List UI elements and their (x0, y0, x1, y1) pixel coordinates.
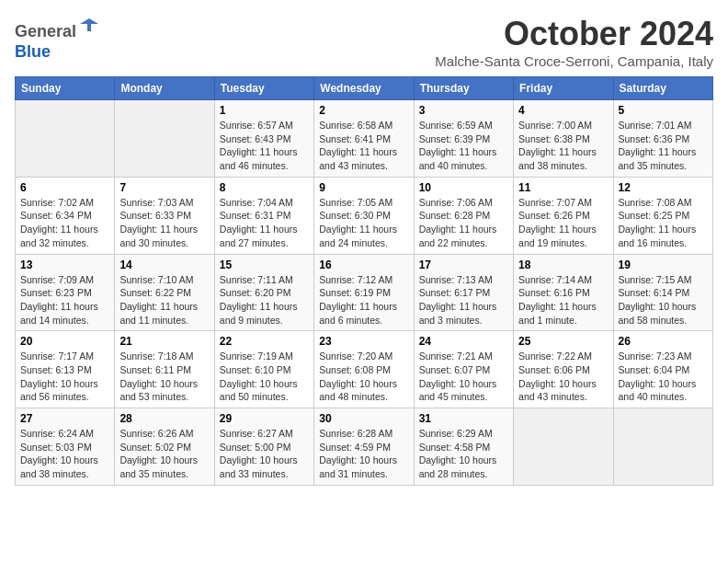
logo: General Blue (15, 15, 100, 62)
day-number: 28 (119, 412, 209, 425)
day-info: Sunrise: 6:57 AM Sunset: 6:43 PM Dayligh… (220, 119, 309, 173)
calendar-cell (16, 100, 115, 178)
calendar-cell (613, 408, 712, 486)
day-info: Sunrise: 7:17 AM Sunset: 6:13 PM Dayligh… (20, 350, 109, 404)
logo-blue: Blue (15, 42, 51, 61)
day-info: Sunrise: 7:11 AM Sunset: 6:20 PM Dayligh… (220, 273, 309, 327)
day-number: 12 (619, 181, 708, 194)
day-number: 8 (220, 181, 309, 194)
column-header-thursday: Thursday (414, 77, 513, 100)
day-number: 18 (518, 259, 608, 271)
column-header-sunday: Sunday (16, 77, 115, 100)
day-number: 26 (619, 335, 708, 348)
calendar-cell: 17Sunrise: 7:13 AM Sunset: 6:17 PM Dayli… (414, 254, 513, 331)
day-number: 4 (518, 104, 608, 117)
day-info: Sunrise: 7:01 AM Sunset: 6:36 PM Dayligh… (619, 119, 708, 173)
calendar-cell: 5Sunrise: 7:01 AM Sunset: 6:36 PM Daylig… (613, 100, 712, 178)
calendar-cell: 2Sunrise: 6:58 AM Sunset: 6:41 PM Daylig… (314, 100, 414, 178)
day-number: 1 (220, 104, 309, 117)
day-number: 24 (419, 335, 508, 348)
calendar-cell: 24Sunrise: 7:21 AM Sunset: 6:07 PM Dayli… (414, 331, 513, 408)
calendar-cell: 23Sunrise: 7:20 AM Sunset: 6:08 PM Dayli… (314, 331, 414, 408)
calendar-cell: 6Sunrise: 7:02 AM Sunset: 6:34 PM Daylig… (16, 177, 115, 254)
calendar-week-row: 1Sunrise: 6:57 AM Sunset: 6:43 PM Daylig… (16, 100, 713, 178)
day-info: Sunrise: 7:14 AM Sunset: 6:16 PM Dayligh… (518, 273, 608, 327)
calendar-cell: 29Sunrise: 6:27 AM Sunset: 5:00 PM Dayli… (214, 408, 313, 486)
calendar-cell: 3Sunrise: 6:59 AM Sunset: 6:39 PM Daylig… (414, 100, 513, 178)
day-info: Sunrise: 7:08 AM Sunset: 6:25 PM Dayligh… (619, 196, 708, 250)
day-number: 19 (619, 259, 708, 271)
calendar-cell: 27Sunrise: 6:24 AM Sunset: 5:03 PM Dayli… (16, 408, 115, 486)
day-number: 15 (220, 259, 309, 271)
calendar-cell: 15Sunrise: 7:11 AM Sunset: 6:20 PM Dayli… (214, 254, 313, 331)
calendar-table: SundayMondayTuesdayWednesdayThursdayFrid… (15, 76, 713, 486)
day-info: Sunrise: 7:03 AM Sunset: 6:33 PM Dayligh… (119, 196, 209, 250)
day-number: 22 (220, 335, 309, 348)
calendar-cell: 25Sunrise: 7:22 AM Sunset: 6:06 PM Dayli… (514, 331, 613, 408)
calendar-week-row: 6Sunrise: 7:02 AM Sunset: 6:34 PM Daylig… (16, 177, 713, 254)
day-number: 5 (619, 104, 708, 117)
column-header-friday: Friday (514, 77, 613, 100)
day-info: Sunrise: 7:12 AM Sunset: 6:19 PM Dayligh… (319, 273, 408, 327)
calendar-cell: 20Sunrise: 7:17 AM Sunset: 6:13 PM Dayli… (16, 331, 115, 408)
column-header-wednesday: Wednesday (314, 77, 414, 100)
logo-general: General (15, 22, 76, 40)
day-info: Sunrise: 6:26 AM Sunset: 5:02 PM Dayligh… (119, 427, 209, 481)
day-number: 30 (319, 412, 408, 425)
day-info: Sunrise: 6:29 AM Sunset: 4:58 PM Dayligh… (419, 427, 508, 481)
day-info: Sunrise: 6:27 AM Sunset: 5:00 PM Dayligh… (220, 427, 309, 481)
day-number: 6 (20, 181, 109, 194)
column-header-tuesday: Tuesday (214, 77, 313, 100)
calendar-cell: 4Sunrise: 7:00 AM Sunset: 6:38 PM Daylig… (514, 100, 613, 178)
day-number: 17 (419, 259, 508, 271)
calendar-week-row: 20Sunrise: 7:17 AM Sunset: 6:13 PM Dayli… (16, 331, 713, 408)
calendar-cell: 19Sunrise: 7:15 AM Sunset: 6:14 PM Dayli… (613, 254, 712, 331)
day-info: Sunrise: 7:10 AM Sunset: 6:22 PM Dayligh… (119, 273, 209, 327)
day-info: Sunrise: 7:18 AM Sunset: 6:11 PM Dayligh… (119, 350, 209, 404)
day-number: 2 (319, 104, 408, 117)
day-number: 10 (419, 181, 508, 194)
calendar-cell: 7Sunrise: 7:03 AM Sunset: 6:33 PM Daylig… (115, 177, 214, 254)
day-info: Sunrise: 6:58 AM Sunset: 6:41 PM Dayligh… (319, 119, 408, 173)
calendar-cell: 21Sunrise: 7:18 AM Sunset: 6:11 PM Dayli… (115, 331, 214, 408)
page-header: General Blue October 2024 Malche-Santa C… (15, 15, 713, 69)
day-info: Sunrise: 7:19 AM Sunset: 6:10 PM Dayligh… (220, 350, 309, 404)
calendar-header-row: SundayMondayTuesdayWednesdayThursdayFrid… (16, 77, 713, 100)
day-number: 20 (20, 335, 109, 348)
title-section: October 2024 Malche-Santa Croce-Serroni,… (435, 15, 713, 69)
calendar-cell: 14Sunrise: 7:10 AM Sunset: 6:22 PM Dayli… (115, 254, 214, 331)
day-number: 7 (119, 181, 209, 194)
day-number: 16 (319, 259, 408, 271)
day-number: 23 (319, 335, 408, 348)
calendar-cell: 28Sunrise: 6:26 AM Sunset: 5:02 PM Dayli… (115, 408, 214, 486)
day-info: Sunrise: 7:09 AM Sunset: 6:23 PM Dayligh… (20, 273, 109, 327)
calendar-week-row: 27Sunrise: 6:24 AM Sunset: 5:03 PM Dayli… (16, 408, 713, 486)
logo-bird-icon (78, 15, 100, 37)
day-number: 31 (419, 412, 508, 425)
day-info: Sunrise: 7:00 AM Sunset: 6:38 PM Dayligh… (518, 119, 608, 173)
column-header-saturday: Saturday (613, 77, 712, 100)
day-number: 25 (518, 335, 608, 348)
day-number: 21 (119, 335, 209, 348)
day-info: Sunrise: 7:07 AM Sunset: 6:26 PM Dayligh… (518, 196, 608, 250)
day-info: Sunrise: 7:20 AM Sunset: 6:08 PM Dayligh… (319, 350, 408, 404)
day-info: Sunrise: 7:22 AM Sunset: 6:06 PM Dayligh… (518, 350, 608, 404)
calendar-cell: 22Sunrise: 7:19 AM Sunset: 6:10 PM Dayli… (214, 331, 313, 408)
calendar-cell: 30Sunrise: 6:28 AM Sunset: 4:59 PM Dayli… (314, 408, 414, 486)
day-info: Sunrise: 7:15 AM Sunset: 6:14 PM Dayligh… (619, 273, 708, 327)
calendar-cell: 9Sunrise: 7:05 AM Sunset: 6:30 PM Daylig… (314, 177, 414, 254)
calendar-week-row: 13Sunrise: 7:09 AM Sunset: 6:23 PM Dayli… (16, 254, 713, 331)
day-info: Sunrise: 6:28 AM Sunset: 4:59 PM Dayligh… (319, 427, 408, 481)
day-info: Sunrise: 7:23 AM Sunset: 6:04 PM Dayligh… (619, 350, 708, 404)
calendar-cell: 1Sunrise: 6:57 AM Sunset: 6:43 PM Daylig… (214, 100, 313, 178)
calendar-cell: 8Sunrise: 7:04 AM Sunset: 6:31 PM Daylig… (214, 177, 313, 254)
day-info: Sunrise: 7:06 AM Sunset: 6:28 PM Dayligh… (419, 196, 508, 250)
calendar-cell: 12Sunrise: 7:08 AM Sunset: 6:25 PM Dayli… (613, 177, 712, 254)
day-info: Sunrise: 7:13 AM Sunset: 6:17 PM Dayligh… (419, 273, 508, 327)
day-number: 13 (20, 259, 109, 271)
calendar-cell: 11Sunrise: 7:07 AM Sunset: 6:26 PM Dayli… (514, 177, 613, 254)
day-info: Sunrise: 7:05 AM Sunset: 6:30 PM Dayligh… (319, 196, 408, 250)
calendar-cell: 10Sunrise: 7:06 AM Sunset: 6:28 PM Dayli… (414, 177, 513, 254)
calendar-cell: 13Sunrise: 7:09 AM Sunset: 6:23 PM Dayli… (16, 254, 115, 331)
day-info: Sunrise: 7:02 AM Sunset: 6:34 PM Dayligh… (20, 196, 109, 250)
